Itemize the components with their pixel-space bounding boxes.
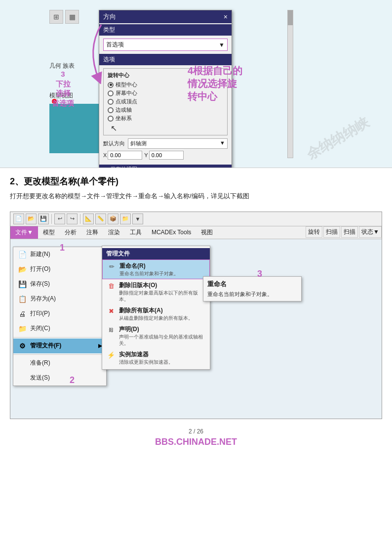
manage-sub-delete-all[interactable]: ✖ 删除所有版本(A) 从磁盘删除指定对象的所有版本。 — [102, 304, 210, 323]
file-menu-divider2 — [13, 354, 106, 355]
file-menu-managefiles[interactable]: ⚙ 管理文件(F) — [13, 339, 106, 353]
y-field: Y — [144, 151, 183, 160]
delete-old-desc: 删除指定对象最高版本以下的所有版本。 — [119, 290, 206, 302]
radio-label-point-vertex: 点或顶点 — [116, 98, 137, 105]
file-menu-save-label: 保存(S) — [30, 280, 50, 288]
rename-icon: ✏ — [107, 262, 117, 272]
y-input[interactable] — [149, 151, 184, 160]
default-dir-label: 默认方向 — [103, 140, 125, 147]
saved-views-label: 保存的视图 — [110, 166, 137, 168]
tb-3d-icon[interactable]: 📦 — [108, 213, 118, 224]
cursor-indicator: ↖ — [111, 124, 223, 133]
file-menu-saveas-label: 另存为(A) — [30, 295, 56, 303]
file-menu-print[interactable]: 🖨 打印(P) — [13, 306, 106, 321]
tb-folder2-icon[interactable]: 📁 — [120, 213, 131, 224]
dialog-scrollbar[interactable] — [287, 10, 293, 158]
menu-view[interactable]: 视图 — [196, 226, 218, 239]
manage-sub-rename[interactable]: ✏ 重命名(R) 重命名当前对象和子对象。 — [102, 259, 210, 279]
new-file-icon: 📄 — [17, 250, 27, 259]
dropdown-arrow-icon: ▼ — [219, 42, 225, 48]
file-menu-close-label: 关闭(C) — [30, 324, 50, 333]
right-label-status[interactable]: 状态▼ — [359, 226, 382, 238]
annotation-num-1: 1 — [60, 243, 65, 253]
cad2-menubar: 文件▼ 模型 分析 注释 渲染 工具 MCADEx Tools 视图 — [10, 226, 382, 239]
x-input[interactable] — [108, 151, 142, 160]
rename-title: 重命名(R) — [119, 262, 205, 270]
tb-save-icon[interactable]: 💾 — [38, 213, 49, 224]
instance-icon: ⚡ — [106, 350, 116, 360]
file-menu-divider1 — [13, 337, 106, 338]
cad-screenshot-2: 📄 📂 💾 ↩ ↪ 📐 📏 📦 📁 ▼ 文件▼ 模型 分析 — [10, 212, 382, 419]
menu-mcadex[interactable]: MCADEx Tools — [147, 226, 196, 239]
tb-open-icon[interactable]: 📂 — [26, 213, 37, 224]
saved-views-row[interactable]: 保存的视图 — [99, 165, 232, 168]
manage-sub-rename-text: 重命名(R) 重命名当前对象和子对象。 — [119, 262, 205, 277]
file-menu-close[interactable]: 📁 关闭(C) — [13, 321, 106, 336]
tb-dim-icon[interactable]: 📐 — [83, 213, 94, 224]
radio-label-edge-axis: 边或轴 — [116, 106, 132, 114]
right-label-rotate-text: 旋转 — [308, 228, 320, 236]
radio-csys[interactable]: 坐标系 — [108, 115, 223, 122]
radio-dot-csys — [108, 116, 114, 122]
scrollbar-thumb — [288, 10, 293, 25]
menu-annotate[interactable]: 注释 — [81, 226, 103, 239]
right-label-rotate[interactable]: 旋转 — [306, 226, 322, 238]
file-menu-saveas[interactable]: 📋 另存为(A) — [13, 292, 106, 306]
dialog-type-select[interactable]: 首选项 ▼ — [103, 39, 228, 51]
manage-sub-declare-text: 声明(D) 声明一个基准或轴与全局的基准或轴相关。 — [119, 325, 206, 346]
menu-render[interactable]: 渲染 — [103, 226, 125, 239]
menu-model-label: 模型 — [43, 228, 55, 237]
menu-file-label: 文件▼ — [15, 228, 33, 237]
file-menu-open[interactable]: 📂 打开(O) — [13, 262, 106, 277]
tb-redo-icon[interactable]: ↪ — [67, 213, 78, 224]
file-menu-save[interactable]: 💾 保存(S) — [13, 277, 106, 292]
right-label-scan1[interactable]: 扫描 — [323, 226, 340, 238]
menu-render-label: 渲染 — [108, 228, 120, 237]
x-label: X — [103, 152, 107, 158]
file-menu-prepare[interactable]: 准备(R) — [13, 356, 106, 371]
tb-undo-icon[interactable]: ↩ — [54, 213, 65, 224]
default-dir-combo[interactable]: 斜轴测 ▼ — [128, 138, 228, 149]
dialog-close-button[interactable]: × — [224, 13, 228, 21]
delete-old-icon: 🗑 — [106, 281, 116, 291]
arrow-annotation-svg — [72, 20, 111, 84]
manage-sub-delete-old[interactable]: 🗑 删除旧版本(O) 删除指定对象最高版本以下的所有版本。 — [102, 279, 210, 304]
manage-submenu: 管理文件 ✏ 重命名(R) 重命名当前对象和子对象。 🗑 删除旧版本(O) 删除… — [102, 246, 210, 370]
x-field: X — [103, 151, 142, 160]
tb-dropdown-icon[interactable]: ▼ — [132, 213, 143, 224]
delete-all-desc: 从磁盘删除指定对象的所有版本。 — [119, 315, 206, 321]
manage-files-icon: ⚙ — [17, 341, 27, 351]
annotation-step3-left: 3下拉选择首选项 — [52, 69, 74, 108]
tb-measure-icon[interactable]: 📏 — [95, 213, 106, 224]
right-side-labels: 旋转 扫描 扫描 状态▼ — [306, 226, 382, 239]
right-label-scan2[interactable]: 扫描 — [341, 226, 358, 238]
dialog-type-row: 首选项 ▼ — [99, 36, 232, 53]
right-label-scan2-text: 扫描 — [344, 228, 355, 236]
file-menu-prepare-label: 准备(R) — [30, 359, 50, 367]
default-dir-value: 斜轴测 — [130, 140, 147, 147]
annotation-num-3: 3 — [257, 269, 262, 279]
print-icon: 🖨 — [17, 309, 27, 319]
radio-edge-axis[interactable]: 边或轴 — [108, 106, 223, 114]
tb-new-icon[interactable]: 📄 — [13, 213, 24, 224]
declare-desc: 声明一个基准或轴与全局的基准或轴相关。 — [119, 334, 206, 346]
file-menu-send[interactable]: 发送(S) — [13, 371, 106, 385]
menu-tools[interactable]: 工具 — [125, 226, 147, 239]
page-footer: 2 / 26 — [0, 424, 392, 437]
footer-logo-text: BBS.CHINADE.NET — [155, 437, 237, 447]
menu-analyze[interactable]: 分析 — [60, 226, 81, 239]
menu-analyze-label: 分析 — [65, 228, 77, 237]
triangle-down-icon — [103, 168, 108, 169]
ann-num-3-text: 3 — [257, 269, 262, 279]
rename-popup: 重命名 重命名当前对象和子对象。 — [203, 276, 302, 301]
footer-logo: BBS.CHINADE.NET — [0, 437, 392, 451]
menu-mcadex-label: MCADEx Tools — [152, 229, 191, 236]
menu-model[interactable]: 模型 — [38, 226, 60, 239]
watermark: 余纳纳纳峡 — [303, 113, 372, 164]
instance-title: 实例加速器 — [119, 350, 206, 359]
manage-sub-instance[interactable]: ⚡ 实例加速器 清除或更新实例加速器。 — [102, 348, 210, 367]
manage-sub-declare[interactable]: ⛓ 声明(D) 声明一个基准或轴与全局的基准或轴相关。 — [102, 323, 210, 348]
radio-label-csys: 坐标系 — [116, 115, 132, 122]
radio-dot-edge-axis — [108, 107, 114, 113]
menu-file[interactable]: 文件▼ — [10, 226, 38, 239]
